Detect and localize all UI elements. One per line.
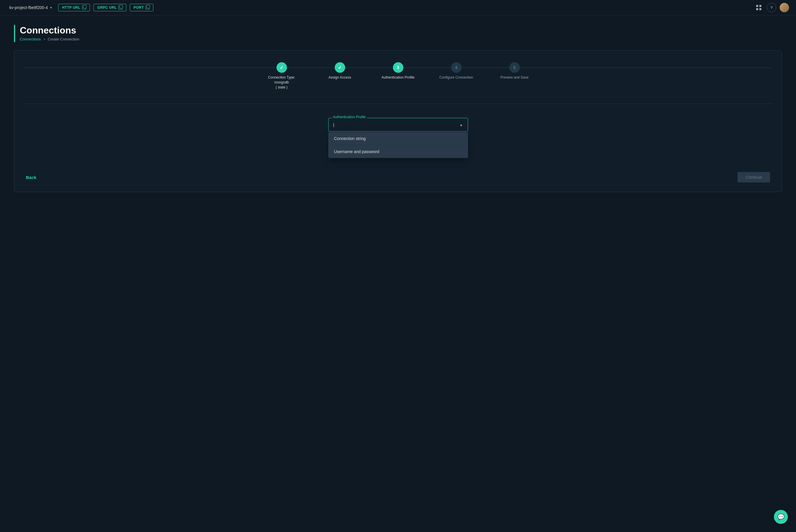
step-3-circle: 3: [393, 62, 403, 73]
step-1-check: ✓: [280, 65, 283, 71]
step-4-label: Configure Connection: [439, 75, 473, 80]
svg-rect-1: [759, 5, 761, 7]
step-1-circle: ✓: [277, 62, 287, 73]
copy-icon: [82, 5, 86, 10]
chat-bubble[interactable]: 💬: [774, 510, 788, 524]
step-3-number: 3: [397, 65, 399, 70]
select-label: Authentication Profile: [332, 115, 367, 119]
project-selector[interactable]: kv-project-fbe8f200-4 ▼: [7, 3, 55, 12]
step-3: 3 Authentication Profile: [369, 62, 427, 80]
dropdown-item-username-password-label: Username and password: [334, 149, 380, 154]
dropdown-item-connection-string[interactable]: Connection string: [328, 132, 468, 145]
step-5-circle: 5: [509, 62, 520, 73]
wizard-actions: Back Continue: [23, 172, 773, 183]
project-name: kv-project-fbe8f200-4: [9, 5, 48, 10]
svg-rect-0: [756, 5, 758, 7]
nav-right: ?: [754, 3, 789, 12]
chevron-down-icon: ▼: [50, 6, 52, 9]
dropdown-menu: Connection string Username and password: [328, 132, 468, 158]
wizard-card: ✓ Connection Type: mongodb( state ) ✓ As…: [14, 50, 782, 192]
help-text: ?: [771, 5, 773, 10]
step-2-check: ✓: [338, 65, 342, 71]
continue-button[interactable]: Continue: [738, 172, 770, 183]
step-5-number: 5: [513, 65, 516, 70]
breadcrumb-connections-link[interactable]: Connections: [20, 37, 41, 41]
step-4-number: 4: [455, 65, 457, 70]
step-4: 4 Configure Connection: [427, 62, 486, 80]
avatar[interactable]: [780, 3, 789, 12]
accent-bar: [14, 25, 15, 42]
breadcrumb-separator: >: [43, 37, 45, 41]
step-1: ✓ Connection Type: mongodb( state ): [253, 62, 311, 90]
grid-icon[interactable]: [754, 3, 763, 12]
dropdown-item-username-password[interactable]: Username and password: [328, 145, 468, 158]
http-url-label: HTTP URL: [62, 5, 80, 10]
select-container: Authentication Profile | ▲ Connection st…: [328, 118, 468, 158]
port-label: PORT: [134, 5, 144, 10]
select-value: |: [333, 122, 335, 127]
http-url-button[interactable]: HTTP URL: [58, 4, 90, 11]
help-icon[interactable]: ?: [767, 3, 776, 12]
step-3-label: Authentication Profile: [382, 75, 414, 80]
step-5-label: Preview and Save: [500, 75, 529, 80]
chat-icon: 💬: [777, 513, 785, 520]
main-content: Connections Connections > Create Connect…: [0, 15, 796, 202]
grpc-url-label: GRPC URL: [97, 5, 117, 10]
step-2-circle: ✓: [335, 62, 345, 73]
top-navigation: kv-project-fbe8f200-4 ▼ HTTP URL GRPC UR…: [0, 0, 796, 15]
dropdown-item-connection-string-label: Connection string: [334, 136, 366, 141]
step-2-label: Assign Access: [328, 75, 351, 80]
breadcrumb-current: Create Connection: [48, 37, 79, 41]
port-button[interactable]: PORT: [130, 4, 153, 11]
copy-icon-3: [146, 5, 150, 10]
step-2: ✓ Assign Access: [311, 62, 369, 80]
select-caret-icon: ▲: [459, 123, 463, 127]
avatar-image: [780, 3, 789, 12]
step-1-label: Connection Type: mongodb( state ): [263, 75, 301, 90]
page-title: Connections: [20, 25, 79, 36]
step-5: 5 Preview and Save: [486, 62, 544, 80]
stepper: ✓ Connection Type: mongodb( state ) ✓ As…: [23, 62, 773, 90]
page-header: Connections Connections > Create Connect…: [14, 25, 782, 42]
form-area: Authentication Profile | ▲ Connection st…: [23, 116, 773, 163]
breadcrumb: Connections > Create Connection: [20, 37, 79, 41]
svg-rect-3: [759, 8, 761, 10]
copy-icon-2: [118, 5, 122, 10]
step-4-circle: 4: [451, 62, 461, 73]
back-button[interactable]: Back: [26, 173, 36, 182]
svg-rect-2: [756, 8, 758, 10]
grpc-url-button[interactable]: GRPC URL: [93, 4, 126, 11]
authentication-profile-select[interactable]: | ▲: [328, 118, 468, 132]
